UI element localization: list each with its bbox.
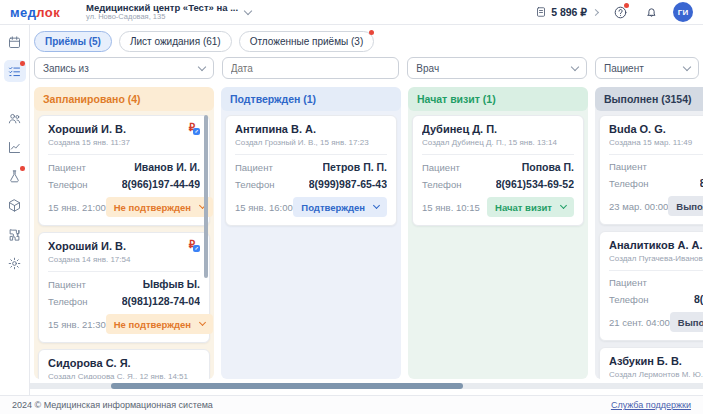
phone-label: Телефон xyxy=(48,296,87,307)
card-doctor-name: Сидорова С. Я. xyxy=(48,357,131,369)
status-badge[interactable]: Не подтвержден xyxy=(106,314,213,334)
card-created-info: Создал Лермонтов М. Ю., 29 мар xyxy=(609,370,703,379)
appointment-card[interactable]: Антипина В. А. Создал Грозный И. В., 15 … xyxy=(225,115,397,226)
medlock-logo[interactable]: медлок xyxy=(10,5,60,20)
patient-label: Пациент xyxy=(422,162,460,173)
tab-waiting-list[interactable]: Лист ожидания (61) xyxy=(119,31,232,52)
card-created-info: Создал Сидорова С. Я., 12 янв. 14:51 xyxy=(48,372,200,379)
phone-value: 8(99 xyxy=(694,293,703,305)
support-link[interactable]: Служба поддержки xyxy=(611,400,691,410)
balance-widget[interactable]: 5 896 ₽ xyxy=(534,6,598,19)
payment-ruble-icon: ₽✓ xyxy=(189,240,200,250)
patient-label: Пациент xyxy=(48,279,86,290)
left-sidebar xyxy=(0,25,30,395)
notification-dot xyxy=(20,61,25,66)
card-created-info: Создал Грозный И. В., 15 янв. 17:23 xyxy=(235,138,387,147)
phone-value: 8(999)987-65-43 xyxy=(309,178,387,190)
clinic-selector[interactable]: Медицинский центр «Тест» на ... ул. Ново… xyxy=(86,3,251,21)
user-avatar[interactable]: ГИ xyxy=(673,2,693,22)
column-scrollbar[interactable] xyxy=(204,115,208,278)
status-label: Начат визит xyxy=(495,202,552,213)
payment-ruble-icon: ₽✓ xyxy=(189,123,200,133)
status-badge[interactable]: Подтвержден xyxy=(293,197,387,217)
filter-patient-select[interactable]: Пациент xyxy=(595,57,699,79)
card-created-info: Создана 14 янв. 17:54 xyxy=(48,255,200,264)
filter-date-input[interactable] xyxy=(222,57,400,79)
status-label: Выполнен xyxy=(676,201,703,212)
card-doctor-name: Антипина В. А. xyxy=(235,123,316,135)
appointment-card[interactable]: Сидорова С. Я. Создал Сидорова С. Я., 12… xyxy=(38,349,210,379)
tab-label: Отложенные приёмы (3) xyxy=(250,36,364,47)
status-badge[interactable]: Выполнен xyxy=(668,196,703,216)
status-badge[interactable]: Выполнен xyxy=(670,312,703,332)
tab-postponed-appointments[interactable]: Отложенные приёмы (3) xyxy=(239,31,375,52)
patient-label: Пациент xyxy=(609,161,647,172)
phone-label: Телефон xyxy=(609,178,648,189)
card-doctor-name: Дубинец Д. П. xyxy=(422,123,497,135)
date-input[interactable] xyxy=(231,63,391,74)
sidebar-item-analytics[interactable] xyxy=(4,136,26,158)
sidebar-item-inventory[interactable] xyxy=(4,194,26,216)
balance-amount: 5 896 ₽ xyxy=(551,6,587,18)
page-footer: 2024 © Медицинская информационная систем… xyxy=(0,395,703,414)
sidebar-item-appointments[interactable] xyxy=(4,60,26,82)
column-header: Подтвержден (1) xyxy=(221,87,401,111)
appointment-time: 15 янв. 16:00 xyxy=(235,202,293,213)
column-confirmed: Подтвержден (1) Антипина В. А. Создал Гр… xyxy=(221,87,401,379)
appointment-time: 15 янв. 10:15 xyxy=(422,202,480,213)
sidebar-item-patients[interactable] xyxy=(4,107,26,129)
horizontal-scrollbar-thumb[interactable] xyxy=(111,383,463,389)
column-done: Выполнен (3154) Buda O. G. Создана 15 ма… xyxy=(595,87,703,379)
chevron-down-icon xyxy=(199,319,206,326)
appointment-card[interactable]: Хороший И. В. ₽✓ Создана 14 янв. 17:54 П… xyxy=(38,232,210,343)
balance-document-icon xyxy=(534,6,547,19)
chevron-down-icon xyxy=(571,63,579,71)
notification-dot xyxy=(624,3,629,8)
card-created-info: Создал Дубинец Д. П., 15 янв. 13:14 xyxy=(422,138,574,147)
status-label: Не подтвержден xyxy=(114,319,191,330)
appointment-card[interactable]: Дубинец Д. П. Создал Дубинец Д. П., 15 я… xyxy=(412,115,584,226)
phone-label: Телефон xyxy=(235,179,274,190)
kanban-board: Запланировано (4) Хороший И. В. ₽✓ Созда… xyxy=(34,87,699,379)
chevron-down-icon xyxy=(197,63,205,71)
patient-value: Ывфыв Ы. xyxy=(143,278,200,290)
sidebar-item-settings[interactable] xyxy=(4,252,26,274)
appointment-card[interactable]: Азбукин Б. В. Создал Лермонтов М. Ю., 29… xyxy=(599,347,703,379)
filter-doctor-select[interactable]: Врач xyxy=(407,57,587,79)
support-button[interactable] xyxy=(611,3,629,21)
column-visit-started: Начат визит (1) Дубинец Д. П. Создал Дуб… xyxy=(408,87,588,379)
sidebar-item-calendar[interactable] xyxy=(4,31,26,53)
chevron-right-icon xyxy=(592,8,599,15)
appointment-card[interactable]: Аналитиков А. А. Создал Пугачева-Иванова… xyxy=(599,231,703,341)
appointment-time: 15 янв. 21:00 xyxy=(48,202,106,213)
phone-label: Телефон xyxy=(48,179,87,190)
chevron-down-icon xyxy=(373,202,380,209)
copyright-text: 2024 © Медицинская информационная систем… xyxy=(12,400,213,410)
phone-value: 8(961)534-69-52 xyxy=(496,178,574,190)
filter-label: Запись из xyxy=(43,63,89,74)
horizontal-scrollbar-track[interactable] xyxy=(30,383,703,389)
card-created-info: Создал Пугачева-Иванова А. Б. д xyxy=(609,254,703,263)
sidebar-item-integrations[interactable] xyxy=(4,223,26,245)
column-header: Выполнен (3154) xyxy=(595,87,703,111)
card-doctor-name: Азбукин Б. В. xyxy=(609,355,682,367)
status-badge[interactable]: Не подтвержден xyxy=(106,197,213,217)
patient-value: Петров П. П. xyxy=(323,161,387,173)
phone-label: Телефон xyxy=(422,179,461,190)
appointment-time: 15 янв. 21:30 xyxy=(48,319,106,330)
patient-label: Пациент xyxy=(235,162,273,173)
notification-dot xyxy=(20,166,25,171)
appointment-card[interactable]: Хороший И. В. ₽✓ Создана 15 янв. 11:37 П… xyxy=(38,115,210,226)
sidebar-item-laboratory[interactable] xyxy=(4,165,26,187)
notifications-bell-button[interactable] xyxy=(642,3,660,21)
card-created-info: Создана 15 янв. 11:37 xyxy=(48,138,200,147)
appointment-card[interactable]: Buda O. G. Создана 15 мар. 11:49 Пациент… xyxy=(599,115,703,225)
filters-row: Запись из Врач Пациент xyxy=(34,57,699,79)
appointment-time: 21 сент. 04:00 xyxy=(609,317,670,328)
patient-label: Пациент xyxy=(48,162,86,173)
tab-appointments[interactable]: Приёмы (5) xyxy=(34,31,112,52)
filter-label: Врач xyxy=(416,63,439,74)
card-doctor-name: Хороший И. В. xyxy=(48,123,126,135)
status-badge[interactable]: Начат визит xyxy=(487,197,574,217)
filter-source-select[interactable]: Запись из xyxy=(34,57,214,79)
